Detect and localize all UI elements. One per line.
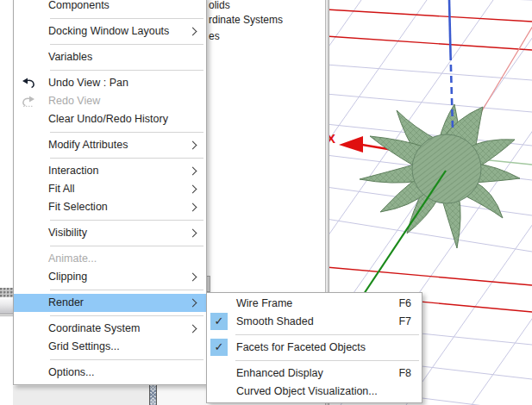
menu-item-label: Modify Attributes: [48, 136, 128, 154]
menu-item-fit-all[interactable]: Fit All: [14, 180, 206, 198]
chevron-right-icon: [189, 229, 197, 238]
menu-item-label: Render: [48, 294, 84, 312]
menu-item-clipping[interactable]: Clipping: [14, 268, 206, 286]
menu-item-redo-view[interactable]: Redo View: [14, 92, 206, 110]
redo-icon: [22, 95, 37, 108]
tree-item-fragment[interactable]: rdinate Systems: [209, 14, 283, 26]
menu-item-label: Components: [48, 0, 110, 15]
menu-separator: [14, 356, 206, 364]
menu-item-coordinate-system[interactable]: Coordinate System: [14, 320, 206, 338]
menu-separator: [207, 357, 422, 364]
chevron-right-icon: [189, 141, 197, 150]
shortcut-label: F6: [398, 295, 422, 313]
chevron-right-icon: [189, 299, 197, 308]
menu-separator: [14, 40, 206, 48]
menu-item-variables[interactable]: Variables: [14, 48, 206, 66]
chevron-right-icon: [189, 273, 197, 282]
shortcut-label: F8: [398, 364, 422, 383]
menu-item-clear-undo-redo-history[interactable]: Clear Undo/Redo History: [14, 110, 206, 128]
view-context-menu: ComponentsDocking Window LayoutsVariable…: [13, 0, 207, 385]
menu-separator: [14, 216, 206, 224]
undo-icon: [22, 77, 37, 90]
menu-item-label: Variables: [48, 48, 92, 66]
panel-background: [13, 386, 149, 405]
menu-item-label: Fit Selection: [48, 198, 108, 216]
menu-separator: [14, 15, 206, 22]
panel-background: [157, 386, 206, 405]
menu-item-smooth-shaded[interactable]: ✓Smooth ShadedF7: [207, 313, 422, 331]
menu-item-label: Docking Window Layouts: [48, 22, 169, 40]
menu-separator: [14, 286, 206, 294]
menu-separator: [14, 312, 206, 320]
menu-separator: [14, 242, 206, 250]
checkmark-icon: ✓: [210, 313, 228, 330]
menu-item-label: Options...: [48, 364, 95, 382]
menu-item-curved-object-visualization[interactable]: Curved Object Visualization...: [207, 383, 422, 401]
menu-item-label: Grid Settings...: [48, 338, 120, 356]
menu-separator: [14, 154, 206, 162]
menu-item-label: Coordinate System: [48, 320, 140, 338]
menu-separator: [207, 331, 422, 339]
menu-item-label: Curved Object Visualization...: [236, 383, 378, 401]
menu-item-components[interactable]: Components: [14, 0, 206, 15]
menu-item-animate[interactable]: Animate...: [14, 250, 206, 268]
menu-separator: [14, 128, 206, 136]
menu-item-facets-for-faceted-objects[interactable]: ✓Facets for Faceted Objects: [207, 339, 422, 357]
menu-item-fit-selection[interactable]: Fit Selection: [14, 198, 206, 216]
tree-item-fragment[interactable]: es: [209, 30, 220, 42]
menu-item-label: Clipping: [48, 268, 87, 286]
menu-separator: [14, 66, 206, 74]
chevron-right-icon: [189, 167, 197, 176]
menu-item-label: Wire Frame: [236, 295, 292, 313]
chevron-right-icon: [189, 185, 197, 194]
menu-item-label: Visibility: [48, 224, 87, 242]
menu-item-label: Interaction: [48, 162, 98, 180]
menu-item-modify-attributes[interactable]: Modify Attributes: [14, 136, 206, 154]
window-splitter-handle[interactable]: [149, 385, 157, 405]
menu-item-undo-view-pan[interactable]: Undo View : Pan: [14, 74, 206, 92]
menu-item-label: Clear Undo/Redo History: [48, 110, 168, 128]
menu-item-label: Fit All: [48, 180, 75, 198]
menu-item-label: Animate...: [48, 250, 97, 268]
menu-item-render[interactable]: Render: [14, 294, 206, 312]
menu-item-label: Enhanced Display: [236, 364, 323, 383]
checkmark-icon: ✓: [210, 339, 228, 356]
shortcut-label: F7: [398, 313, 422, 331]
menu-item-visibility[interactable]: Visibility: [14, 224, 206, 242]
menu-item-label: Redo View: [48, 92, 100, 110]
fan-3d-object[interactable]: [360, 104, 520, 248]
menu-item-label: Smooth Shaded: [236, 313, 314, 331]
chevron-right-icon: [189, 203, 197, 212]
menu-item-enhanced-display[interactable]: Enhanced DisplayF8: [207, 364, 422, 383]
render-submenu: Wire FrameF6✓Smooth ShadedF7✓Facets for …: [206, 292, 422, 403]
menu-item-options[interactable]: Options...: [14, 364, 206, 382]
menu-item-wire-frame[interactable]: Wire FrameF6: [207, 295, 422, 313]
menu-item-label: Facets for Faceted Objects: [236, 339, 366, 357]
menu-item-label: Undo View : Pan: [48, 74, 128, 92]
chevron-right-icon: [189, 28, 197, 36]
tree-item-fragment[interactable]: olids: [209, 0, 230, 11]
menu-item-interaction[interactable]: Interaction: [14, 162, 206, 180]
fan-hub: [412, 134, 481, 203]
menu-item-docking-window-layouts[interactable]: Docking Window Layouts: [14, 22, 206, 40]
chevron-right-icon: [189, 325, 197, 333]
menu-item-grid-settings[interactable]: Grid Settings...: [14, 338, 206, 356]
